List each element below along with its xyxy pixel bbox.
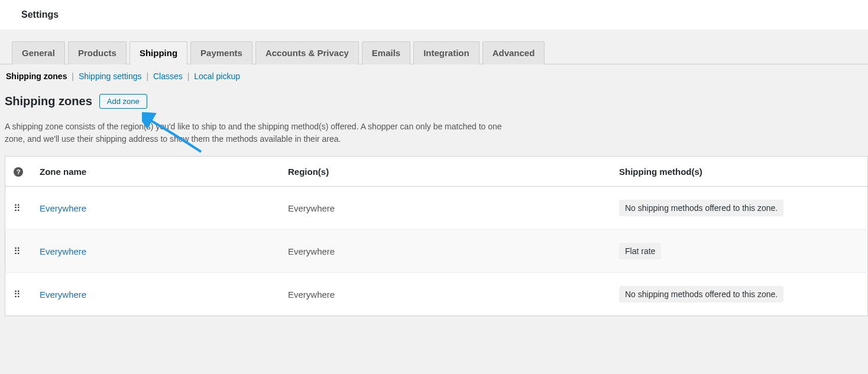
zone-name-link[interactable]: Everywhere: [40, 290, 86, 300]
subnav-shipping-zones[interactable]: Shipping zones: [6, 71, 67, 81]
table-row: ⠿ Everywhere Everywhere No shipping meth…: [5, 273, 868, 316]
zone-name-cell[interactable]: Everywhere: [31, 273, 280, 316]
drag-cell[interactable]: ⠿: [5, 230, 32, 273]
subnav-shipping-settings[interactable]: Shipping settings: [79, 71, 142, 81]
tab-products[interactable]: Products: [68, 41, 127, 64]
shipping-zones-table: ? Zone name Region(s) Shipping method(s)…: [5, 156, 868, 316]
table-header-row: ? Zone name Region(s) Shipping method(s): [5, 157, 868, 187]
help-icon[interactable]: ?: [14, 167, 23, 177]
zone-name-cell[interactable]: Everywhere: [31, 230, 280, 273]
drag-cell[interactable]: ⠿: [5, 273, 32, 316]
section-heading: Shipping zones: [5, 95, 92, 108]
section-header: Shipping zones Add zone: [0, 88, 868, 115]
subnav-local-pickup[interactable]: Local pickup: [194, 71, 240, 81]
table-row: ⠿ Everywhere Everywhere No shipping meth…: [5, 187, 868, 230]
content: General Products Shipping Payments Accou…: [0, 30, 868, 316]
add-zone-button[interactable]: Add zone: [99, 94, 147, 109]
shipping-subnav: Shipping zones | Shipping settings | Cla…: [0, 64, 868, 88]
separator: |: [187, 71, 190, 81]
page-title: Settings: [21, 9, 856, 20]
zone-name-link[interactable]: Everywhere: [40, 246, 86, 256]
tab-accounts-privacy[interactable]: Accounts & Privacy: [255, 41, 359, 64]
drag-handle-icon[interactable]: ⠿: [14, 206, 21, 211]
tab-emails[interactable]: Emails: [362, 41, 410, 64]
help-header: ?: [5, 157, 32, 187]
zone-region-cell: Everywhere: [280, 230, 611, 273]
separator: |: [146, 71, 148, 81]
section-description: A shipping zone consists of the region(s…: [0, 115, 520, 156]
shipping-method-badge: No shipping methods offered to this zone…: [619, 286, 783, 303]
separator: |: [72, 71, 74, 81]
zone-region-cell: Everywhere: [280, 273, 611, 316]
settings-tabs: General Products Shipping Payments Accou…: [0, 30, 868, 64]
subnav-classes[interactable]: Classes: [153, 71, 183, 81]
tab-payments[interactable]: Payments: [190, 41, 252, 64]
page-header: Settings: [0, 0, 868, 30]
shipping-method-badge: Flat rate: [619, 243, 661, 259]
tab-general[interactable]: General: [12, 41, 65, 64]
column-shipping-method: Shipping method(s): [611, 157, 868, 187]
drag-handle-icon[interactable]: ⠿: [14, 292, 21, 297]
column-zone-name: Zone name: [31, 157, 280, 187]
table-row: ⠿ Everywhere Everywhere Flat rate: [5, 230, 868, 273]
zone-method-cell: No shipping methods offered to this zone…: [611, 273, 868, 316]
zone-name-link[interactable]: Everywhere: [40, 203, 86, 213]
tab-integration[interactable]: Integration: [413, 41, 480, 64]
column-region: Region(s): [280, 157, 611, 187]
zone-method-cell: No shipping methods offered to this zone…: [611, 187, 868, 230]
zone-method-cell: Flat rate: [611, 230, 868, 273]
drag-cell[interactable]: ⠿: [5, 187, 32, 230]
zone-region-cell: Everywhere: [280, 187, 611, 230]
zone-name-cell[interactable]: Everywhere: [31, 187, 280, 230]
shipping-method-badge: No shipping methods offered to this zone…: [619, 200, 783, 216]
tab-shipping[interactable]: Shipping: [129, 41, 187, 64]
drag-handle-icon[interactable]: ⠿: [14, 249, 21, 254]
tab-advanced[interactable]: Advanced: [482, 41, 545, 64]
